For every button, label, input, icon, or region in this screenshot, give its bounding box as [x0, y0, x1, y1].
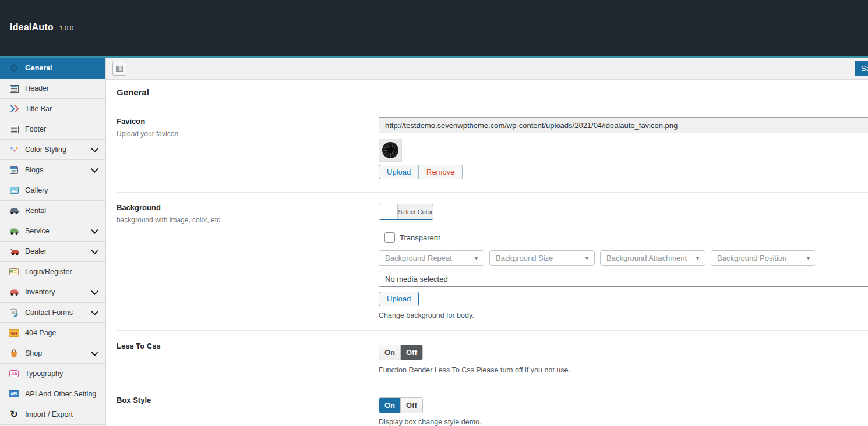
sidebar-item-blogs[interactable]: Blogs	[0, 160, 105, 180]
transparent-checkbox[interactable]	[384, 232, 395, 243]
sidebar-item-dealer[interactable]: Dealer	[0, 242, 105, 262]
background-attachment-select[interactable]: Background Attachment ▾	[600, 250, 705, 266]
select-placeholder: Background Attachment	[606, 254, 694, 262]
sidebar-item-color-styling[interactable]: ● Color Styling	[0, 140, 105, 160]
sidebar-item-label: API And Other Setting	[25, 390, 96, 398]
sidebar-item-gallery[interactable]: Gallery	[0, 180, 105, 201]
select-placeholder: Background Position	[717, 254, 805, 262]
less-to-css-help-text: Function Render Less To Css.Please turn …	[379, 366, 570, 374]
sidebar-item-label: Color Styling	[25, 145, 66, 154]
sidebar-item-header[interactable]: Header	[0, 79, 105, 99]
car-dealer-icon	[8, 246, 20, 257]
sidebar-item-shop[interactable]: Shop	[0, 343, 105, 364]
car-service-icon	[8, 226, 20, 236]
chevron-down-icon	[91, 165, 98, 173]
sidebar-item-label: General	[25, 64, 52, 72]
toggle-on-button[interactable]: On	[379, 398, 400, 413]
select-color-label: Select Color	[398, 204, 433, 219]
box-style-toggle: On Off	[379, 397, 423, 413]
settings-panel: General Favicon Upload your favicon Uplo…	[106, 80, 868, 426]
car-icon	[8, 205, 20, 216]
sidebar-item-label: Header	[25, 84, 49, 93]
toggle-off-button[interactable]: Off	[400, 398, 422, 413]
background-help-text: Change background for body.	[379, 311, 474, 320]
select-placeholder: Background Size	[496, 254, 583, 262]
sidebar-item-label: Rental	[25, 207, 46, 215]
box-style-label: Box Style	[117, 396, 151, 404]
404-badge-text: 404	[9, 329, 19, 337]
sidebar-item-label: 404 Page	[25, 329, 57, 337]
clipboard-pencil-icon	[8, 307, 20, 318]
gear-icon: ⚙	[8, 63, 20, 73]
background-position-select[interactable]: Background Position ▾	[711, 250, 816, 266]
form-icon	[8, 267, 20, 277]
sidebar-item-label: Dealer	[25, 247, 47, 255]
sidebar-item-service[interactable]: Service	[0, 221, 105, 242]
sidebar-item-label: Import / Export	[25, 410, 73, 418]
section-divider	[117, 330, 868, 331]
sidebar-item-api-settings[interactable]: API API And Other Setting	[0, 384, 105, 404]
sidebar-item-label: Title Bar	[25, 105, 52, 113]
sidebar-item-label: Typography	[25, 370, 63, 378]
panel-toggle-button[interactable]	[112, 62, 126, 76]
background-options-row: Background Repeat ▾ Background Size ▾ Ba…	[379, 250, 816, 266]
page-title: General	[117, 87, 149, 97]
sidebar-item-label: Blogs	[25, 166, 43, 174]
chevron-down-icon	[91, 308, 98, 315]
sidebar-item-label: Gallery	[25, 186, 48, 194]
api-badge-icon: API	[8, 389, 20, 399]
background-repeat-select[interactable]: Background Repeat ▾	[379, 250, 484, 266]
favicon-thumbnail[interactable]	[379, 139, 402, 162]
sidebar-item-label: Inventory	[25, 288, 55, 296]
select-color-button[interactable]: Select Color	[379, 204, 433, 220]
color-swatch	[379, 204, 398, 219]
wheel-favicon-image	[382, 142, 398, 158]
sidebar: ⚙ General Header Title Bar Footer ● Colo…	[0, 58, 106, 426]
favicon-remove-button[interactable]: Remove	[418, 165, 463, 179]
favicon-upload-button[interactable]: Upload	[379, 165, 419, 179]
picture-icon	[8, 185, 20, 196]
favicon-url-input[interactable]	[379, 117, 868, 133]
caret-down-icon: ▾	[807, 255, 810, 261]
typography-badge-text: Aa	[9, 370, 19, 377]
sidebar-item-label: Footer	[25, 125, 46, 133]
chevron-down-icon	[91, 247, 98, 254]
sidebar-item-typography[interactable]: Aa Typography	[0, 364, 105, 384]
chevron-down-icon	[91, 287, 98, 295]
sidebar-item-import-export[interactable]: ↻ Import / Export	[0, 404, 105, 425]
header-lines-icon	[8, 83, 20, 94]
404-badge-icon: 404	[8, 328, 20, 338]
sidebar-item-label: Service	[25, 227, 50, 235]
palette-dots-icon: ●	[8, 145, 21, 156]
double-chevrons-icon	[8, 104, 20, 114]
sidebar-item-footer[interactable]: Footer	[0, 119, 105, 140]
sidebar-item-rental[interactable]: Rental	[0, 201, 105, 221]
transparent-option[interactable]: Transparent	[384, 232, 440, 243]
sidebar-item-inventory[interactable]: Inventory	[0, 282, 105, 303]
favicon-label: Favicon	[117, 117, 145, 126]
toggle-on-button[interactable]: On	[379, 345, 400, 360]
sidebar-item-404-page[interactable]: 404 404 Page	[0, 323, 105, 343]
background-label: Background	[117, 203, 161, 212]
save-button[interactable]: Save	[855, 61, 868, 76]
typography-badge-icon: Aa	[8, 368, 20, 379]
sidebar-item-title-bar[interactable]: Title Bar	[0, 99, 105, 119]
caret-down-icon: ▾	[585, 255, 588, 261]
chevron-down-icon	[91, 226, 98, 234]
transparent-label: Transparent	[400, 233, 440, 242]
section-divider	[117, 386, 868, 386]
sidebar-item-label: Contact Forms	[25, 308, 73, 317]
background-upload-button[interactable]: Upload	[379, 292, 419, 306]
sidebar-item-contact-forms[interactable]: Contact Forms	[0, 303, 105, 323]
section-divider	[117, 192, 868, 193]
toggle-off-button[interactable]: Off	[400, 345, 422, 360]
background-size-select[interactable]: Background Size ▾	[489, 250, 595, 266]
background-media-input[interactable]	[379, 271, 868, 287]
sidebar-item-label: Shop	[25, 349, 42, 357]
api-badge-text: API	[9, 390, 19, 398]
sidebar-item-general[interactable]: ⚙ General	[0, 58, 105, 79]
app-version: 1.0.0	[59, 24, 73, 31]
sidebar-item-login-register[interactable]: Login/Register	[0, 262, 105, 282]
app-title: IdealAuto	[10, 22, 54, 33]
content-toolbar: Save	[106, 58, 868, 80]
